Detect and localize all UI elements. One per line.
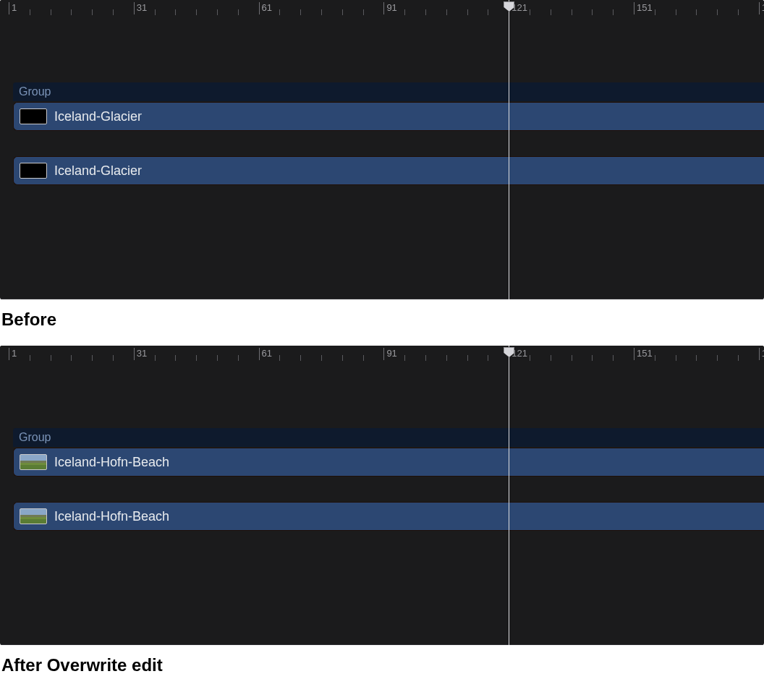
ruler-minor-tick bbox=[446, 9, 447, 15]
ruler-minor-tick bbox=[113, 355, 114, 361]
ruler-minor-tick bbox=[404, 355, 405, 361]
ruler-minor-tick bbox=[425, 9, 426, 15]
clip-thumbnail-icon bbox=[20, 508, 47, 524]
ruler-minor-tick bbox=[113, 9, 114, 15]
ruler-minor-tick bbox=[717, 355, 718, 361]
ruler-minor-tick bbox=[404, 9, 405, 15]
ruler-minor-tick bbox=[467, 9, 468, 15]
ruler-minor-tick bbox=[592, 355, 593, 361]
ruler-minor-tick bbox=[300, 355, 301, 361]
clip-row[interactable]: Iceland-Hofn-Beach bbox=[13, 448, 764, 477]
ruler-minor-tick bbox=[342, 9, 343, 15]
ruler-minor-tick bbox=[592, 9, 593, 15]
ruler-minor-tick bbox=[342, 355, 343, 361]
clip-row[interactable]: Iceland-Glacier bbox=[13, 156, 764, 185]
ruler-minor-tick bbox=[530, 355, 530, 361]
ruler-minor-tick bbox=[196, 9, 197, 15]
clip-thumbnail-icon bbox=[20, 454, 47, 470]
ruler-minor-tick bbox=[488, 9, 488, 15]
ruler-minor-tick bbox=[696, 355, 697, 361]
ruler-label: 61 bbox=[262, 348, 272, 359]
ruler-label: 91 bbox=[386, 2, 396, 13]
ruler-minor-tick bbox=[425, 355, 426, 361]
ruler-minor-tick bbox=[155, 355, 156, 361]
ruler-minor-tick bbox=[738, 9, 739, 15]
clip-name: Iceland-Hofn-Beach bbox=[54, 509, 169, 524]
panel-edge bbox=[0, 644, 764, 645]
ruler-minor-tick bbox=[676, 9, 676, 15]
ruler-minor-tick bbox=[175, 355, 176, 361]
group-header[interactable]: Group bbox=[13, 82, 764, 101]
ruler-minor-tick bbox=[30, 355, 30, 361]
ruler-minor-tick bbox=[655, 355, 655, 361]
clip-thumbnail-icon bbox=[20, 163, 47, 179]
ruler-minor-tick bbox=[279, 9, 280, 15]
ruler-label: 61 bbox=[262, 2, 272, 13]
ruler-minor-tick bbox=[655, 9, 655, 15]
ruler-label: 31 bbox=[137, 348, 147, 359]
clip-name: Iceland-Glacier bbox=[54, 109, 142, 124]
ruler-minor-tick bbox=[71, 355, 72, 361]
group-label: Group bbox=[19, 85, 51, 98]
ruler-minor-tick bbox=[238, 355, 239, 361]
ruler-label: 151 bbox=[637, 348, 653, 359]
ruler-minor-tick bbox=[446, 355, 447, 361]
ruler-label: 91 bbox=[386, 348, 396, 359]
ruler-minor-tick bbox=[738, 355, 739, 361]
timeline-panel-after[interactable]: 1316191121151181 Group Iceland-Hofn-Beac… bbox=[0, 346, 764, 645]
ruler-minor-tick bbox=[196, 355, 197, 361]
ruler-minor-tick bbox=[363, 9, 364, 15]
ruler-minor-tick bbox=[92, 9, 93, 15]
ruler-minor-tick bbox=[30, 9, 30, 15]
panel-edge bbox=[0, 299, 764, 299]
playhead[interactable] bbox=[509, 346, 509, 645]
ruler-minor-tick bbox=[279, 355, 280, 361]
ruler-minor-tick bbox=[551, 355, 551, 361]
ruler-minor-tick bbox=[717, 9, 718, 15]
clip-thumbnail-icon bbox=[20, 108, 47, 124]
clip-name: Iceland-Glacier bbox=[54, 163, 142, 179]
ruler-minor-tick bbox=[696, 9, 697, 15]
ruler-minor-tick bbox=[572, 9, 572, 15]
ruler-minor-tick bbox=[467, 355, 468, 361]
ruler-minor-tick bbox=[572, 355, 572, 361]
timeline-panel-before[interactable]: 1316191121151181 Group Iceland-Glacier I… bbox=[0, 0, 764, 299]
ruler-minor-tick bbox=[488, 355, 488, 361]
ruler-minor-tick bbox=[363, 355, 364, 361]
ruler-minor-tick bbox=[551, 9, 551, 15]
ruler-minor-tick bbox=[217, 9, 218, 15]
ruler-minor-tick bbox=[238, 9, 239, 15]
ruler-minor-tick bbox=[321, 9, 322, 15]
playhead[interactable] bbox=[509, 0, 509, 299]
clip-row[interactable]: Iceland-Hofn-Beach bbox=[13, 502, 764, 531]
ruler-label: 1 bbox=[12, 2, 17, 13]
ruler-label: 151 bbox=[637, 2, 653, 13]
clip-row[interactable]: Iceland-Glacier bbox=[13, 102, 764, 131]
group-label: Group bbox=[19, 431, 51, 443]
ruler-minor-tick bbox=[92, 355, 93, 361]
ruler-minor-tick bbox=[155, 9, 156, 15]
clip-name: Iceland-Hofn-Beach bbox=[54, 455, 169, 470]
ruler-minor-tick bbox=[321, 355, 322, 361]
ruler-minor-tick bbox=[613, 355, 614, 361]
panel-caption: Before bbox=[0, 299, 764, 346]
time-ruler[interactable]: 1316191121151181 bbox=[0, 346, 764, 363]
ruler-minor-tick bbox=[175, 9, 176, 15]
panel-caption: After Overwrite edit bbox=[0, 645, 764, 691]
ruler-minor-tick bbox=[71, 9, 72, 15]
time-ruler[interactable]: 1316191121151181 bbox=[0, 0, 764, 17]
ruler-minor-tick bbox=[51, 9, 51, 15]
ruler-minor-tick bbox=[51, 355, 51, 361]
ruler-minor-tick bbox=[530, 9, 530, 15]
ruler-label: 1 bbox=[12, 348, 17, 359]
ruler-minor-tick bbox=[300, 9, 301, 15]
ruler-minor-tick bbox=[613, 9, 614, 15]
ruler-label: 31 bbox=[137, 2, 147, 13]
ruler-minor-tick bbox=[217, 355, 218, 361]
ruler-minor-tick bbox=[676, 355, 676, 361]
group-header[interactable]: Group bbox=[13, 428, 764, 447]
